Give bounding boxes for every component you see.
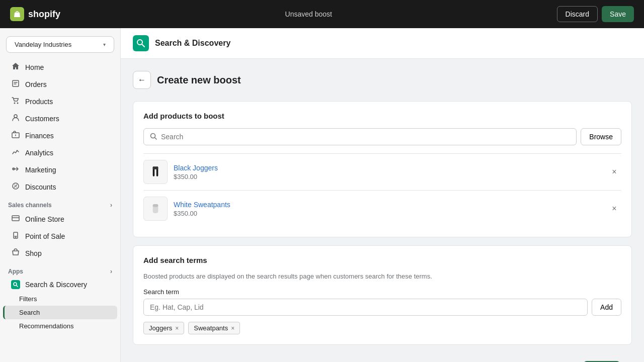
tags-row: Joggers × Sweatpants ×: [143, 322, 621, 334]
store-selector[interactable]: Vandelay Industries ▾: [6, 36, 114, 53]
finances-icon: [11, 131, 20, 141]
apps-expand-icon: ›: [110, 268, 112, 275]
svg-point-11: [151, 133, 155, 138]
create-boost-header: ← Create new boost: [133, 71, 632, 89]
sidebar-sub-filters[interactable]: Filters: [3, 292, 117, 306]
sidebar-item-analytics[interactable]: Analytics: [3, 144, 117, 161]
sidebar-item-discounts[interactable]: Discounts: [3, 178, 117, 196]
remove-product-1-button[interactable]: ×: [607, 165, 621, 179]
save-top-button[interactable]: Save: [602, 6, 634, 22]
browse-button[interactable]: Browse: [581, 128, 621, 145]
sidebar-item-pos-label: Point of Sale: [25, 232, 65, 240]
customers-icon: [11, 114, 20, 124]
sales-channels-label: Sales channels: [8, 202, 52, 209]
sidebar-item-shop-label: Shop: [25, 249, 42, 257]
svg-point-2: [17, 103, 19, 104]
sidebar-item-marketing-label: Marketing: [25, 166, 56, 174]
product-search-row: Browse: [143, 128, 621, 145]
tag-sweatpants: Sweatpants ×: [188, 322, 240, 334]
apps-label: Apps: [8, 268, 23, 275]
product-name-2[interactable]: White Sweatpants: [174, 201, 230, 209]
remove-product-2-button[interactable]: ×: [607, 202, 621, 216]
page-header-title: Search & Discovery: [155, 39, 230, 48]
sidebar-item-pos[interactable]: Point of Sale: [3, 228, 117, 245]
tag-joggers-label: Joggers: [149, 324, 172, 332]
tag-joggers: Joggers ×: [143, 322, 184, 334]
online-store-icon: [11, 214, 20, 224]
search-discovery-label: Search & Discovery: [25, 281, 87, 289]
sidebar-item-online-store-label: Online Store: [25, 215, 64, 223]
sidebar-item-home[interactable]: Home: [3, 59, 117, 76]
sidebar-item-analytics-label: Analytics: [25, 149, 53, 157]
product-item-2: White Sweatpants $350.00 ×: [143, 190, 621, 227]
svg-rect-14: [153, 166, 158, 169]
back-button[interactable]: ←: [133, 71, 151, 89]
svg-rect-7: [12, 216, 19, 221]
svg-point-10: [137, 40, 142, 45]
orders-icon: [11, 79, 20, 89]
bottom-bar: Save: [133, 353, 632, 362]
home-icon: [11, 62, 20, 72]
chevron-down-icon: ▾: [103, 42, 106, 47]
sidebar-sub-search[interactable]: Search: [3, 306, 117, 319]
product-search-input[interactable]: [161, 129, 570, 145]
content-area: ← Create new boost Add products to boost…: [121, 59, 644, 362]
product-name-1[interactable]: Black Joggers: [174, 164, 218, 172]
sidebar-item-products[interactable]: Products: [3, 93, 117, 110]
topbar: shopify Unsaved boost Discard Save: [0, 0, 644, 28]
discard-button[interactable]: Discard: [557, 6, 598, 22]
sidebar-item-finances[interactable]: Finances: [3, 127, 117, 144]
filters-label: Filters: [19, 295, 37, 303]
shopify-logo: shopify: [10, 7, 60, 21]
add-terms-title: Add search terms: [143, 256, 621, 264]
sidebar: Vandelay Industries ▾ Home Orders Produc…: [0, 28, 121, 362]
expand-icon: ›: [110, 202, 112, 209]
add-terms-card: Add search terms Boosted products are di…: [133, 245, 632, 345]
analytics-icon: [11, 148, 20, 158]
search-label: Search: [19, 309, 40, 316]
svg-point-3: [14, 115, 17, 118]
remove-tag-sweatpants-button[interactable]: ×: [231, 325, 234, 332]
sidebar-sub-recommendations[interactable]: Recommendations: [3, 319, 117, 333]
svg-rect-0: [13, 80, 19, 86]
page-header: Search & Discovery: [121, 28, 644, 59]
topbar-actions: Discard Save: [557, 6, 634, 22]
sidebar-item-marketing[interactable]: Marketing: [3, 161, 117, 178]
sidebar-item-customers[interactable]: Customers: [3, 110, 117, 127]
marketing-icon: [11, 165, 20, 175]
logo-text: shopify: [28, 9, 60, 20]
product-info-1: Black Joggers $350.00: [174, 164, 601, 180]
product-item-1: Black Joggers $350.00 ×: [143, 153, 621, 190]
sidebar-item-search-discovery[interactable]: Search & Discovery: [3, 277, 117, 292]
add-products-title: Add products to boost: [143, 112, 621, 120]
product-price-1: $350.00: [174, 173, 601, 180]
product-search-wrap[interactable]: [143, 128, 577, 145]
sidebar-item-orders-label: Orders: [25, 80, 47, 88]
pos-icon: [11, 231, 20, 241]
sidebar-item-discounts-label: Discounts: [25, 183, 56, 191]
sidebar-item-customers-label: Customers: [25, 115, 59, 123]
sidebar-item-orders[interactable]: Orders: [3, 76, 117, 93]
sales-channels-section: Sales channels ›: [0, 196, 120, 211]
remove-tag-joggers-button[interactable]: ×: [175, 325, 179, 332]
term-input-row: Add: [143, 299, 621, 316]
main-content: Search & Discovery ← Create new boost Ad…: [121, 28, 644, 362]
sidebar-item-shop[interactable]: Shop: [3, 245, 117, 262]
products-icon: [11, 97, 20, 107]
store-name: Vandelay Industries: [15, 41, 71, 48]
product-info-2: White Sweatpants $350.00: [174, 201, 601, 217]
sidebar-item-online-store[interactable]: Online Store: [3, 211, 117, 228]
main-layout: Vandelay Industries ▾ Home Orders Produc…: [0, 28, 644, 362]
add-term-button[interactable]: Add: [592, 299, 621, 316]
search-icon: [150, 133, 157, 141]
add-terms-desc: Boosted products are displayed on the se…: [143, 273, 621, 280]
page-title: Unsaved boost: [60, 10, 557, 18]
shopify-bag-icon: [10, 7, 24, 21]
shop-icon: [11, 248, 20, 258]
search-discovery-icon: [11, 280, 20, 289]
create-boost-title: Create new boost: [157, 74, 241, 86]
discounts-icon: [11, 182, 20, 192]
search-term-label: Search term: [143, 288, 621, 296]
recommendations-label: Recommendations: [19, 322, 73, 330]
search-term-input[interactable]: [143, 299, 588, 316]
